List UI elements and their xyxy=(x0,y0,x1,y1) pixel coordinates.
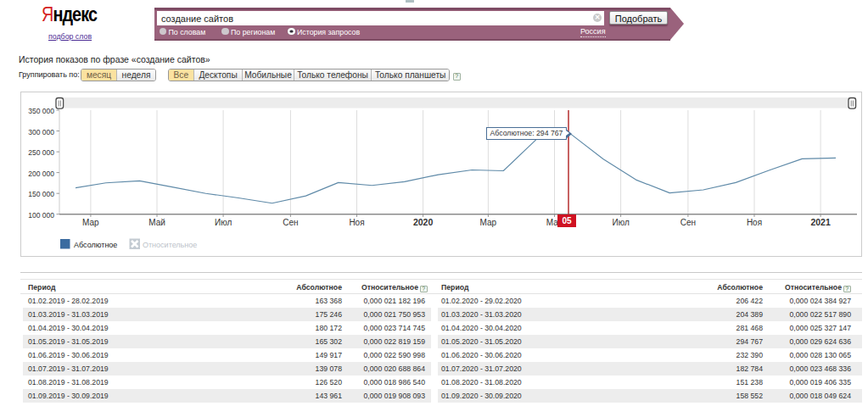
svg-text:Сен: Сен xyxy=(283,218,298,227)
svg-text:150 000: 150 000 xyxy=(28,190,54,198)
svg-text:Сен: Сен xyxy=(680,218,696,227)
svg-text:100 000: 100 000 xyxy=(28,211,54,220)
svg-text:Абсолютное: Абсолютное xyxy=(74,241,117,249)
svg-text:250 000: 250 000 xyxy=(28,148,54,157)
svg-text:200 000: 200 000 xyxy=(28,170,54,178)
svg-text:2020: 2020 xyxy=(413,217,434,227)
svg-text:Ноя: Ноя xyxy=(747,218,762,227)
svg-text:Июл: Июл xyxy=(612,218,629,227)
svg-text:Мар: Мар xyxy=(480,218,497,227)
svg-text:Май: Май xyxy=(148,218,165,227)
svg-text:Июл: Июл xyxy=(215,218,232,227)
svg-text:300 000: 300 000 xyxy=(28,128,54,136)
svg-text:2021: 2021 xyxy=(810,217,831,227)
svg-text:350 000: 350 000 xyxy=(28,107,54,115)
svg-text:Относительное: Относительное xyxy=(143,241,197,249)
svg-text:Мар: Мар xyxy=(82,218,99,227)
svg-text:Ноя: Ноя xyxy=(349,218,364,227)
